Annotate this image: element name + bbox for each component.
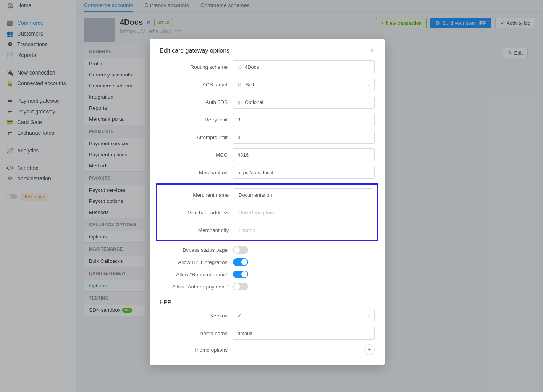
toggle-off-icon: ◐ xyxy=(238,99,242,105)
merchant-city-label: Merchant city xyxy=(161,227,234,233)
merchant-name-input[interactable] xyxy=(234,188,373,201)
mcc-label: MCC xyxy=(160,152,233,158)
version-label: Version xyxy=(160,313,233,319)
routing-scheme-select[interactable]: ⌬4Docs xyxy=(233,60,375,73)
theme-name-input[interactable] xyxy=(233,327,375,340)
merchant-city-input[interactable] xyxy=(234,224,373,236)
merchant-address-field[interactable] xyxy=(239,210,369,215)
merchant-name-field[interactable] xyxy=(239,192,369,198)
version-value: v2 xyxy=(238,313,243,319)
attempts-limit-input[interactable] xyxy=(233,131,375,144)
doc-icon: 🗎 xyxy=(238,82,242,87)
sitemap-icon: ⌬ xyxy=(238,64,242,70)
auth3ds-value: Optional xyxy=(245,99,263,105)
allow-remember-label: Allow "Remember me" xyxy=(160,272,233,277)
theme-name-field[interactable] xyxy=(238,330,370,336)
acs-target-value: Self xyxy=(246,82,254,87)
version-select[interactable]: v2⌄ xyxy=(233,309,375,322)
merchant-name-label: Merchant name xyxy=(161,192,234,198)
allow-h2h-label: Allow H2H integration xyxy=(160,259,233,265)
add-theme-option-button[interactable]: + xyxy=(364,344,375,355)
routing-scheme-value: 4Docs xyxy=(245,64,259,70)
retry-limit-field[interactable] xyxy=(238,117,370,123)
merchant-address-label: Merchant address xyxy=(161,210,234,215)
bypass-status-label: Bypass status page xyxy=(160,247,233,253)
retry-limit-input[interactable] xyxy=(233,113,375,126)
close-icon[interactable]: ✕ xyxy=(370,47,375,54)
acs-target-label: ACS target xyxy=(160,82,233,87)
chevron-down-icon: ⌄ xyxy=(367,82,370,87)
allow-autorepay-toggle[interactable] xyxy=(233,283,248,290)
theme-options-label: Theme options xyxy=(160,347,233,353)
theme-name-label: Theme name xyxy=(160,330,233,336)
auth3ds-label: Auth 3DS xyxy=(160,99,233,105)
merchant-city-field[interactable] xyxy=(239,227,369,233)
allow-remember-toggle[interactable] xyxy=(233,271,248,278)
allow-h2h-toggle[interactable] xyxy=(233,258,248,266)
merchant-url-field[interactable] xyxy=(238,170,370,175)
routing-scheme-label: Routing scheme xyxy=(160,64,233,70)
acs-target-select[interactable]: 🗎Self⌄ xyxy=(233,78,375,91)
modal-title: Edit card gateway options xyxy=(160,47,229,54)
chevron-down-icon: ⌄ xyxy=(367,100,370,105)
attempts-limit-label: Attempts limit xyxy=(160,134,233,140)
merchant-url-input[interactable] xyxy=(233,166,375,179)
auth3ds-select[interactable]: ◐Optional⌄ xyxy=(233,96,375,109)
mcc-field[interactable] xyxy=(238,152,370,158)
mcc-input[interactable] xyxy=(233,148,375,161)
merchant-url-label: Merchant url xyxy=(160,170,233,175)
retry-limit-label: Retry limit xyxy=(160,117,233,123)
allow-autorepay-label: Allow "Auto re-payment" xyxy=(160,284,233,290)
edit-card-gateway-modal: Edit card gateway options ✕ Routing sche… xyxy=(150,39,385,365)
attempts-limit-field[interactable] xyxy=(238,134,370,140)
highlighted-merchant-fields: Merchant name Merchant address Merchant … xyxy=(156,183,378,241)
bypass-status-toggle[interactable] xyxy=(233,246,248,254)
hpp-section-title: HPP xyxy=(150,293,385,307)
merchant-address-input[interactable] xyxy=(234,206,373,219)
chevron-down-icon: ⌄ xyxy=(367,313,370,318)
